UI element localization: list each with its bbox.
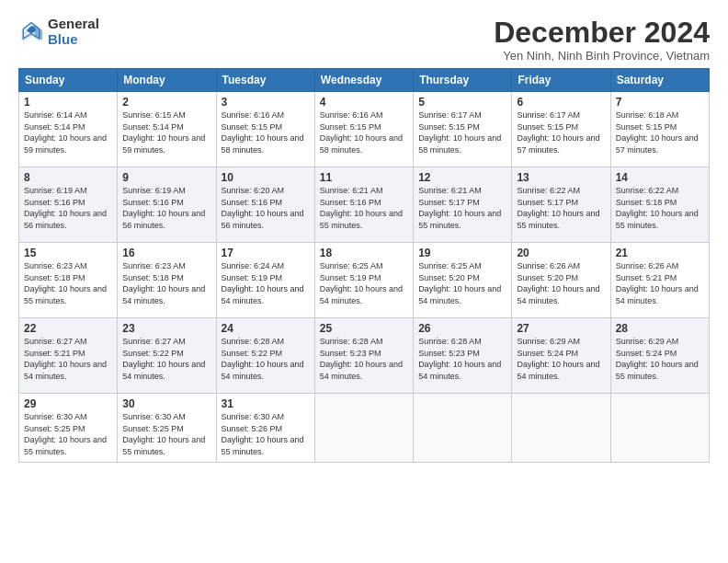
day-info: Sunrise: 6:25 AM Sunset: 5:19 PM Dayligh… [320, 260, 408, 306]
table-row: 21Sunrise: 6:26 AM Sunset: 5:21 PM Dayli… [610, 243, 709, 318]
day-number: 28 [616, 322, 704, 335]
day-info: Sunrise: 6:28 AM Sunset: 5:22 PM Dayligh… [222, 336, 310, 382]
day-number: 18 [320, 247, 408, 259]
day-number: 1 [24, 96, 112, 109]
page: General Blue December 2024 Yen Ninh, Nin… [0, 0, 728, 474]
day-info: Sunrise: 6:21 AM Sunset: 5:17 PM Dayligh… [418, 185, 506, 231]
day-number: 11 [320, 171, 408, 184]
day-info: Sunrise: 6:28 AM Sunset: 5:23 PM Dayligh… [320, 336, 408, 382]
day-number: 17 [222, 247, 310, 259]
day-number: 24 [222, 322, 310, 335]
day-info: Sunrise: 6:16 AM Sunset: 5:15 PM Dayligh… [320, 109, 408, 155]
day-info: Sunrise: 6:19 AM Sunset: 5:16 PM Dayligh… [122, 185, 210, 231]
day-info: Sunrise: 6:29 AM Sunset: 5:24 PM Dayligh… [517, 336, 605, 382]
table-row: 2Sunrise: 6:15 AM Sunset: 5:14 PM Daylig… [118, 92, 216, 167]
month-title: December 2024 [494, 17, 710, 49]
day-info: Sunrise: 6:16 AM Sunset: 5:15 PM Dayligh… [222, 109, 310, 155]
header: General Blue December 2024 Yen Ninh, Nin… [18, 17, 710, 63]
logo: General Blue [18, 17, 99, 47]
day-number: 22 [24, 322, 112, 335]
table-row: 20Sunrise: 6:26 AM Sunset: 5:20 PM Dayli… [512, 243, 610, 318]
day-number: 10 [222, 171, 310, 184]
header-friday: Friday [512, 69, 610, 92]
day-info: Sunrise: 6:22 AM Sunset: 5:18 PM Dayligh… [616, 185, 704, 231]
day-number: 5 [418, 96, 506, 109]
table-row: 22Sunrise: 6:27 AM Sunset: 5:21 PM Dayli… [19, 318, 118, 394]
day-number: 3 [222, 96, 310, 109]
day-number: 15 [24, 247, 112, 259]
header-saturday: Saturday [610, 69, 709, 92]
calendar-header-row: Sunday Monday Tuesday Wednesday Thursday… [19, 69, 710, 92]
day-number: 13 [517, 171, 605, 184]
day-number: 16 [122, 247, 210, 259]
table-row: 15Sunrise: 6:23 AM Sunset: 5:18 PM Dayli… [19, 243, 118, 318]
day-number: 26 [418, 322, 506, 335]
table-row: 17Sunrise: 6:24 AM Sunset: 5:19 PM Dayli… [216, 243, 314, 318]
day-number: 21 [616, 247, 704, 259]
day-info: Sunrise: 6:26 AM Sunset: 5:21 PM Dayligh… [616, 260, 704, 306]
day-info: Sunrise: 6:26 AM Sunset: 5:20 PM Dayligh… [517, 260, 605, 306]
table-row: 18Sunrise: 6:25 AM Sunset: 5:19 PM Dayli… [314, 243, 413, 318]
day-info: Sunrise: 6:14 AM Sunset: 5:14 PM Dayligh… [24, 109, 112, 155]
header-monday: Monday [118, 69, 216, 92]
day-info: Sunrise: 6:19 AM Sunset: 5:16 PM Dayligh… [24, 185, 112, 231]
table-row: 5Sunrise: 6:17 AM Sunset: 5:15 PM Daylig… [414, 92, 512, 167]
day-number: 7 [616, 96, 704, 109]
day-info: Sunrise: 6:28 AM Sunset: 5:23 PM Dayligh… [418, 336, 506, 382]
table-row: 19Sunrise: 6:25 AM Sunset: 5:20 PM Dayli… [414, 243, 512, 318]
table-row: 4Sunrise: 6:16 AM Sunset: 5:15 PM Daylig… [314, 92, 413, 167]
day-number: 27 [517, 322, 605, 335]
day-number: 19 [418, 247, 506, 259]
table-row [512, 394, 610, 462]
table-row: 27Sunrise: 6:29 AM Sunset: 5:24 PM Dayli… [512, 318, 610, 394]
table-row: 16Sunrise: 6:23 AM Sunset: 5:18 PM Dayli… [118, 243, 216, 318]
day-number: 30 [122, 397, 210, 410]
day-info: Sunrise: 6:30 AM Sunset: 5:25 PM Dayligh… [24, 411, 112, 457]
title-block: December 2024 Yen Ninh, Ninh Binh Provin… [494, 17, 710, 63]
day-info: Sunrise: 6:17 AM Sunset: 5:15 PM Dayligh… [517, 109, 605, 155]
day-info: Sunrise: 6:27 AM Sunset: 5:22 PM Dayligh… [122, 336, 210, 382]
day-number: 12 [418, 171, 506, 184]
day-info: Sunrise: 6:30 AM Sunset: 5:25 PM Dayligh… [122, 411, 210, 457]
day-info: Sunrise: 6:22 AM Sunset: 5:17 PM Dayligh… [517, 185, 605, 231]
day-number: 6 [517, 96, 605, 109]
location-subtitle: Yen Ninh, Ninh Binh Province, Vietnam [494, 49, 710, 63]
day-number: 31 [222, 397, 310, 410]
day-number: 9 [122, 171, 210, 184]
day-number: 14 [616, 171, 704, 184]
table-row [414, 394, 512, 462]
table-row: 9Sunrise: 6:19 AM Sunset: 5:16 PM Daylig… [118, 167, 216, 243]
day-info: Sunrise: 6:23 AM Sunset: 5:18 PM Dayligh… [24, 260, 112, 306]
day-info: Sunrise: 6:24 AM Sunset: 5:19 PM Dayligh… [222, 260, 310, 306]
logo-general-text: General [48, 17, 99, 32]
table-row: 26Sunrise: 6:28 AM Sunset: 5:23 PM Dayli… [414, 318, 512, 394]
table-row: 25Sunrise: 6:28 AM Sunset: 5:23 PM Dayli… [314, 318, 413, 394]
table-row [314, 394, 413, 462]
day-number: 8 [24, 171, 112, 184]
day-number: 4 [320, 96, 408, 109]
table-row: 13Sunrise: 6:22 AM Sunset: 5:17 PM Dayli… [512, 167, 610, 243]
table-row: 23Sunrise: 6:27 AM Sunset: 5:22 PM Dayli… [118, 318, 216, 394]
day-info: Sunrise: 6:27 AM Sunset: 5:21 PM Dayligh… [24, 336, 112, 382]
day-info: Sunrise: 6:21 AM Sunset: 5:16 PM Dayligh… [320, 185, 408, 231]
table-row: 29Sunrise: 6:30 AM Sunset: 5:25 PM Dayli… [19, 394, 118, 462]
table-row: 24Sunrise: 6:28 AM Sunset: 5:22 PM Dayli… [216, 318, 314, 394]
table-row: 14Sunrise: 6:22 AM Sunset: 5:18 PM Dayli… [610, 167, 709, 243]
logo-blue-text: Blue [48, 32, 99, 48]
table-row: 31Sunrise: 6:30 AM Sunset: 5:26 PM Dayli… [216, 394, 314, 462]
day-number: 25 [320, 322, 408, 335]
header-wednesday: Wednesday [314, 69, 413, 92]
day-info: Sunrise: 6:23 AM Sunset: 5:18 PM Dayligh… [122, 260, 210, 306]
day-number: 29 [24, 397, 112, 410]
table-row: 6Sunrise: 6:17 AM Sunset: 5:15 PM Daylig… [512, 92, 610, 167]
table-row: 3Sunrise: 6:16 AM Sunset: 5:15 PM Daylig… [216, 92, 314, 167]
table-row: 8Sunrise: 6:19 AM Sunset: 5:16 PM Daylig… [19, 167, 118, 243]
table-row: 1Sunrise: 6:14 AM Sunset: 5:14 PM Daylig… [19, 92, 118, 167]
day-number: 2 [122, 96, 210, 109]
table-row: 30Sunrise: 6:30 AM Sunset: 5:25 PM Dayli… [118, 394, 216, 462]
table-row: 10Sunrise: 6:20 AM Sunset: 5:16 PM Dayli… [216, 167, 314, 243]
table-row: 28Sunrise: 6:29 AM Sunset: 5:24 PM Dayli… [610, 318, 709, 394]
day-info: Sunrise: 6:17 AM Sunset: 5:15 PM Dayligh… [418, 109, 506, 155]
day-info: Sunrise: 6:30 AM Sunset: 5:26 PM Dayligh… [222, 411, 310, 457]
day-number: 20 [517, 247, 605, 259]
